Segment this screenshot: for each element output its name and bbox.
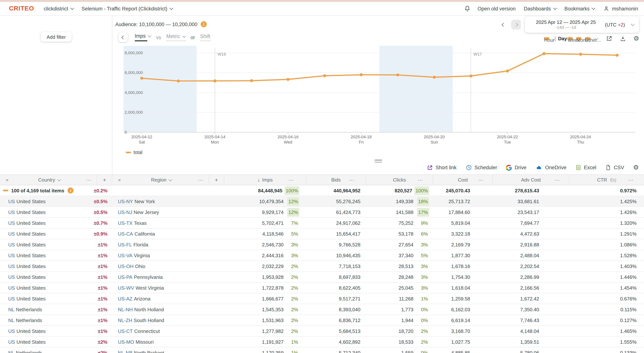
table-row[interactable]: US United States ±1% US-WV West Virginia… (0, 283, 644, 293)
next-period-button[interactable] (511, 20, 521, 29)
info-icon[interactable]: i (201, 21, 207, 27)
granularity-other[interactable]: Other... (585, 37, 590, 40)
remove-region-dimension-button[interactable]: × (112, 177, 130, 183)
country-code-link[interactable]: US (8, 199, 15, 204)
country-code-link[interactable]: US (8, 328, 15, 334)
region-code-link[interactable]: US-TX (118, 220, 132, 226)
previous-period-button[interactable] (499, 20, 508, 29)
country-column-menu[interactable]: ⋯ (81, 177, 97, 183)
column-header-clicks[interactable]: Clicks ⋯ (366, 175, 433, 185)
table-row[interactable]: NL Netherlands ±1% NL-ZH South Holland 1… (0, 315, 644, 326)
granularity-week[interactable]: Week (568, 37, 573, 40)
table-row[interactable]: NL Netherlands ±1% NL-NH North Holland 1… (0, 304, 644, 315)
region-code-link[interactable]: US-NJ (118, 209, 132, 215)
short-link-button[interactable]: Short link (427, 165, 457, 171)
remove-country-dimension-button[interactable]: × (0, 177, 18, 183)
scheduler-button[interactable]: Scheduler (466, 164, 497, 171)
user-menu[interactable]: mshamonin (603, 5, 638, 12)
drive-button[interactable]: Drive (506, 165, 526, 171)
chart-settings-button[interactable]: ⚙ (634, 35, 639, 42)
adv-cost-column-menu[interactable]: ⋯ (550, 177, 565, 183)
table-row[interactable]: US United States ±0.5% US-NJ New Jersey … (0, 207, 644, 218)
excel-button[interactable]: Excel (575, 164, 596, 171)
onedrive-button[interactable]: OneDrive (536, 165, 566, 171)
collapse-chart-button[interactable] (118, 32, 128, 42)
add-dimension-button[interactable]: + (97, 175, 112, 185)
download-button[interactable] (620, 35, 626, 42)
region-code-link[interactable]: US-PA (118, 274, 132, 280)
country-code-link[interactable]: NL (8, 318, 14, 323)
country-code-link[interactable]: US (8, 285, 15, 291)
open-old-version-link[interactable]: Open old version (478, 6, 516, 11)
dashboards-menu[interactable]: Dashboards (524, 6, 556, 11)
table-total-row[interactable]: 100 of 4,169 total items i ±0.2% 84,448,… (0, 185, 644, 196)
open-in-new-button[interactable] (606, 35, 612, 42)
table-row[interactable]: US United States ±0.9% US-CA California … (0, 229, 644, 239)
country-code-link[interactable]: US (8, 242, 15, 247)
region-code-link[interactable]: NL-NH (118, 307, 133, 312)
table-row[interactable]: US United States ±1% US-AZ Arizona 1,666… (0, 293, 644, 304)
region-code-link[interactable]: US-CA (118, 231, 133, 237)
region-code-link[interactable]: NL-ZH (118, 318, 132, 323)
column-header-bids[interactable]: Bids ⋯ (306, 175, 366, 185)
region-code-link[interactable]: US-FL (118, 242, 132, 247)
table-row[interactable]: US United States ±1% US-PA Pennsylvania … (0, 272, 644, 283)
shift-tab[interactable]: Shift (200, 33, 210, 41)
notifications-button[interactable] (464, 5, 471, 12)
granularity-day[interactable]: Day (558, 36, 567, 41)
info-icon[interactable]: i (68, 188, 74, 193)
bookmarks-menu[interactable]: Bookmarks (564, 6, 595, 11)
date-range-picker[interactable]: 2025 Apr 12 — 2025 Apr 25 -14d — -1d (UT… (524, 16, 639, 33)
region-code-link[interactable]: US-MO (118, 339, 134, 345)
compare-metric-tab[interactable]: Metric (166, 33, 186, 41)
country-code-link[interactable]: NL (8, 350, 14, 353)
country-code-link[interactable]: US (8, 253, 15, 258)
add-filter-button[interactable]: Add filter (41, 32, 72, 42)
workspace-selector[interactable]: clickdistrict (44, 6, 73, 11)
region-code-link[interactable]: US-VA (118, 253, 132, 258)
report-title-selector[interactable]: Selenium - Traffic Report (Clickdistrict… (82, 6, 172, 11)
table-row[interactable]: NL Netherlands ±2% NL-NB North Brabant 1… (0, 348, 644, 353)
granularity-month[interactable]: Month (576, 37, 582, 40)
resize-handle[interactable] (374, 160, 382, 164)
column-header-adv-cost[interactable]: Adv Cost ⋯ (492, 175, 569, 185)
granularity-hour[interactable]: Hour (544, 37, 550, 40)
column-header-cost[interactable]: Cost ⋯ (433, 175, 492, 185)
cost-column-menu[interactable]: ⋯ (473, 177, 489, 183)
country-code-link[interactable]: US (8, 263, 15, 269)
region-column-label[interactable]: Region (130, 177, 193, 183)
bids-column-menu[interactable]: ⋯ (344, 177, 360, 183)
country-code-link[interactable]: US (8, 231, 15, 237)
country-code-link[interactable]: US (8, 220, 15, 226)
table-row[interactable]: US United States ±1% US-CT Connecticut 1… (0, 326, 644, 337)
country-code-link[interactable]: NL (8, 307, 14, 312)
country-code-link[interactable]: US (8, 339, 15, 345)
column-header-ctr[interactable]: CTRf(x) ⋯ (569, 175, 644, 185)
table-row[interactable]: US United States ±1% US-VA Virginia 2,44… (0, 250, 644, 261)
table-row[interactable]: US United States ±0.5% US-NY New York 10… (0, 196, 644, 207)
criteo-logo[interactable]: CRITEO (9, 5, 34, 12)
country-code-link[interactable]: US (8, 209, 15, 215)
table-row[interactable]: US United States ±1% US-OH Ohio 2,032,22… (0, 261, 644, 272)
primary-metric-tab[interactable]: Imps (135, 33, 151, 41)
table-row[interactable]: US United States ±0.7% US-TX Texas 5,702… (0, 218, 644, 229)
region-code-link[interactable]: NL-NB (118, 350, 132, 353)
region-code-link[interactable]: US-CT (118, 328, 133, 334)
region-code-link[interactable]: US-WV (118, 285, 134, 291)
region-code-link[interactable]: US-NY (118, 199, 133, 204)
table-row[interactable]: US United States ±1% US-FL Florida 2,546… (0, 239, 644, 250)
table-settings-button[interactable]: ⚙ (633, 164, 639, 171)
region-code-link[interactable]: US-AZ (118, 296, 132, 301)
clicks-column-menu[interactable]: ⋯ (413, 177, 428, 183)
add-dimension-button[interactable]: + (208, 175, 224, 185)
csv-button[interactable]: CSV (605, 164, 624, 171)
ctr-column-menu[interactable]: ⋯ (623, 177, 639, 183)
country-column-label[interactable]: Country (18, 177, 81, 183)
table-row[interactable]: US United States ±2% US-MO Missouri 1,19… (0, 337, 644, 348)
country-code-link[interactable]: US (8, 296, 15, 301)
country-code-link[interactable]: US (8, 274, 15, 280)
column-header-imps[interactable]: ↓Imps ⋯ (224, 175, 306, 185)
region-code-link[interactable]: US-OH (118, 263, 134, 269)
region-column-menu[interactable]: ⋯ (193, 177, 208, 183)
legend-total[interactable]: total (126, 150, 142, 155)
